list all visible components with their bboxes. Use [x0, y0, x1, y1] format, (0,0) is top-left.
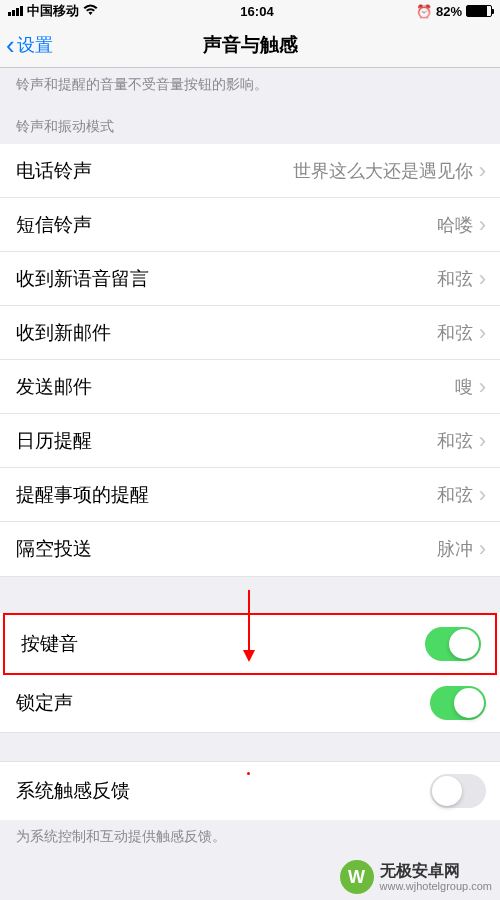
chevron-right-icon: ›: [479, 428, 486, 454]
signal-icon: [8, 6, 23, 16]
row-label: 隔空投送: [16, 536, 92, 562]
haptic-list: 系统触感反馈: [0, 762, 500, 820]
volume-desc: 铃声和提醒的音量不受音量按钮的影响。: [0, 68, 500, 104]
wifi-icon: [83, 3, 98, 19]
row-label: 系统触感反馈: [16, 778, 130, 804]
chevron-right-icon: ›: [479, 482, 486, 508]
annotation-dot: [247, 772, 250, 775]
chevron-right-icon: ›: [479, 374, 486, 400]
section-header-ringtones: 铃声和振动模式: [0, 104, 500, 144]
chevron-left-icon: ‹: [6, 32, 15, 58]
row-system-haptics[interactable]: 系统触感反馈: [0, 762, 500, 820]
back-label: 设置: [17, 33, 53, 57]
row-calendar[interactable]: 日历提醒 和弦›: [0, 414, 500, 468]
row-value: 和弦: [437, 483, 473, 507]
row-label: 电话铃声: [16, 158, 92, 184]
row-value: 世界这么大还是遇见你: [293, 159, 473, 183]
row-label: 提醒事项的提醒: [16, 482, 149, 508]
row-label: 短信铃声: [16, 212, 92, 238]
watermark-url: www.wjhotelgroup.com: [380, 880, 493, 893]
row-sent-mail[interactable]: 发送邮件 嗖›: [0, 360, 500, 414]
carrier-label: 中国移动: [27, 2, 79, 20]
keyboard-sounds-list: 按键音 锁定声: [0, 613, 500, 732]
section-gap: [0, 732, 500, 762]
status-bar: 中国移动 16:04 ⏰ 82%: [0, 0, 500, 22]
row-value: 哈喽: [437, 213, 473, 237]
watermark-logo-icon: W: [340, 860, 374, 894]
row-voicemail[interactable]: 收到新语音留言 和弦›: [0, 252, 500, 306]
row-keyboard-clicks[interactable]: 按键音: [5, 615, 495, 673]
row-label: 发送邮件: [16, 374, 92, 400]
back-button[interactable]: ‹ 设置: [0, 32, 53, 58]
annotation-highlight: 按键音: [3, 613, 497, 675]
chevron-right-icon: ›: [479, 158, 486, 184]
row-airdrop[interactable]: 隔空投送 脉冲›: [0, 522, 500, 576]
row-phone-ringtone[interactable]: 电话铃声 世界这么大还是遇见你›: [0, 144, 500, 198]
row-label: 收到新邮件: [16, 320, 111, 346]
battery-percent: 82%: [436, 4, 462, 19]
chevron-right-icon: ›: [479, 212, 486, 238]
row-value: 脉冲: [437, 537, 473, 561]
toggle-lock-sound[interactable]: [430, 686, 486, 720]
ringtone-list: 电话铃声 世界这么大还是遇见你› 短信铃声 哈喽› 收到新语音留言 和弦› 收到…: [0, 144, 500, 576]
toggle-keyboard-clicks[interactable]: [425, 627, 481, 661]
status-time: 16:04: [240, 4, 273, 19]
section-gap: [0, 576, 500, 614]
row-lock-sound[interactable]: 锁定声: [0, 674, 500, 732]
row-new-mail[interactable]: 收到新邮件 和弦›: [0, 306, 500, 360]
row-reminders[interactable]: 提醒事项的提醒 和弦›: [0, 468, 500, 522]
page-title: 声音与触感: [203, 32, 298, 58]
row-label: 锁定声: [16, 690, 73, 716]
toggle-system-haptics[interactable]: [430, 774, 486, 808]
row-value: 和弦: [437, 429, 473, 453]
row-value: 和弦: [437, 321, 473, 345]
nav-bar: ‹ 设置 声音与触感: [0, 22, 500, 68]
chevron-right-icon: ›: [479, 320, 486, 346]
battery-icon: [466, 5, 492, 17]
row-label: 日历提醒: [16, 428, 92, 454]
chevron-right-icon: ›: [479, 266, 486, 292]
row-label: 按键音: [21, 631, 78, 657]
watermark: W 无极安卓网 www.wjhotelgroup.com: [340, 860, 493, 894]
alarm-icon: ⏰: [416, 4, 432, 19]
haptic-desc: 为系统控制和互动提供触感反馈。: [0, 820, 500, 856]
row-text-tone[interactable]: 短信铃声 哈喽›: [0, 198, 500, 252]
chevron-right-icon: ›: [479, 536, 486, 562]
row-value: 嗖: [455, 375, 473, 399]
row-value: 和弦: [437, 267, 473, 291]
row-label: 收到新语音留言: [16, 266, 149, 292]
watermark-title: 无极安卓网: [380, 861, 493, 880]
